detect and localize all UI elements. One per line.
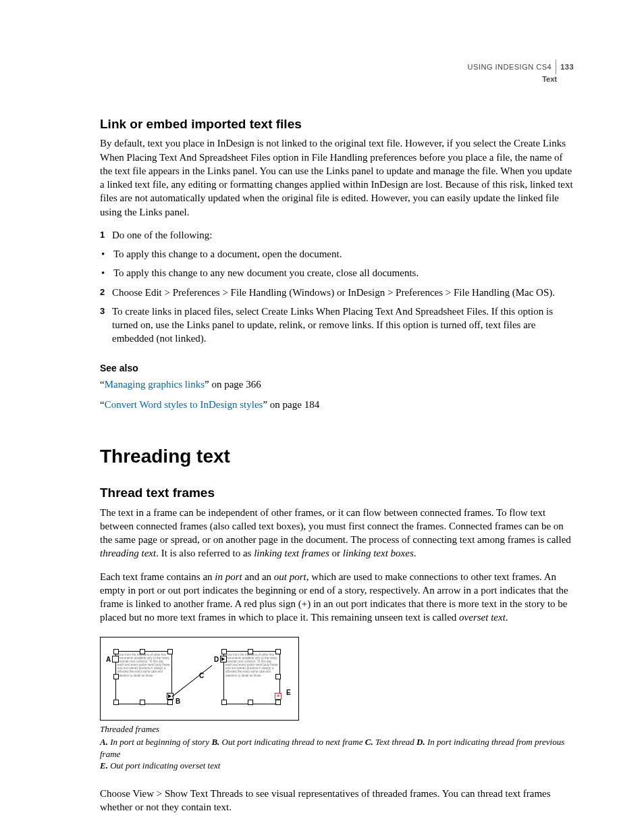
arrow-icon [221,657,225,661]
bullet-icon: • [100,266,113,280]
step-number: 3 [100,305,112,346]
frame-handle [275,700,281,705]
frame-handle [113,674,119,679]
legend-key: C. [365,737,373,747]
para-thread-2: Each text frame contains an in port and … [100,570,574,625]
frame-handle [113,700,119,705]
frame-handle [248,649,253,654]
step-list: 1 Do one of the following: • To apply th… [100,228,574,346]
page: USING INDESIGN CS4 133 Text Link or embe… [0,0,644,834]
link-convert-word-styles[interactable]: Convert Word styles to InDesign styles [105,399,263,410]
figure-canvas: grow from the traditions of other fine i… [100,637,299,721]
legend-desc: Text thread [373,737,417,747]
frame-handle [167,700,173,705]
in-port-icon [112,656,119,662]
figure-caption: Threaded frames [100,723,574,735]
link-managing-graphics[interactable]: Managing graphics links [105,379,205,390]
legend-key: E. [100,760,108,771]
page-header: USING INDESIGN CS4 133 Text [100,59,574,84]
step-number: 1 [100,228,112,242]
term-in-port: in port [215,571,242,582]
in-port-icon [220,656,227,662]
overset-port-icon: + [275,693,281,700]
term-linking-frames: linking text frames [254,548,329,558]
frame-handle [275,674,281,679]
heading-thread-frames: Thread text frames [100,484,574,502]
term-linking-boxes: linking text boxes [343,548,414,558]
legend-key: D. [417,737,425,747]
figure-label-c: C [199,671,204,681]
frame-handle [221,700,227,705]
frame-handle [221,649,227,654]
frame-handle [113,649,119,654]
thread-line [172,664,213,696]
heading-threading-text: Threading text [100,444,574,469]
legend-desc: Out port indicating thread to next frame [219,737,365,747]
step-text: Choose Edit > Preferences > File Handlin… [112,286,574,299]
step-1: 1 Do one of the following: [100,228,574,242]
para-thread-1: The text in a frame can be independent o… [100,506,574,561]
see-also-row: “Convert Word styles to InDesign styles”… [100,398,574,411]
header-product: USING INDESIGN CS4 [468,62,556,72]
step-bullet: • To apply this change to a document, op… [100,247,574,261]
link-suffix: ” on page 366 [205,379,261,390]
step-text: To create links in placed files, select … [112,305,574,346]
frame-handle [167,649,173,654]
step-bullet: • To apply this change to any new docume… [100,266,574,280]
text-frame-left: grow from the traditions of other fine i… [115,651,172,704]
step-text: To apply this change to any new document… [113,266,574,280]
para-link-embed: By default, text you place in InDesign i… [100,136,574,219]
text-frame-right: grow from the traditions of other fine i… [223,651,280,704]
figure-label-d: D [214,655,219,664]
header-section: Text [100,74,574,84]
figure-label-b: B [176,697,180,706]
text: or [329,548,343,558]
text: . [506,612,508,623]
step-text: To apply this change to a document, open… [113,247,574,261]
heading-link-embed: Link or embed imported text files [100,115,574,133]
figure-label-e: E [286,688,291,698]
see-also-heading: See also [100,362,574,375]
text: Each text frame contains an [100,571,215,582]
arrow-icon [168,694,171,698]
bullet-icon: • [100,247,113,261]
legend-desc: In port at beginning of story [108,737,211,747]
quote: “ [100,379,105,390]
figure-label-a: A [106,655,111,664]
figure-legend: A. In port at beginning of story B. Out … [100,736,574,772]
figure-threaded-frames: grow from the traditions of other fine i… [100,637,574,772]
frame-handle [248,700,253,705]
term-overset-text: overset text [459,612,506,623]
text: . It is also referred to as [156,548,254,558]
term-out-port: out port [274,571,306,582]
para-show-threads: Choose View > Show Text Threads to see v… [100,787,574,814]
step-number: 2 [100,286,112,299]
legend-key: B. [211,737,219,747]
step-2: 2 Choose Edit > Preferences > File Handl… [100,286,574,299]
text: and an [242,571,274,582]
frame-handle [140,700,145,705]
see-also-row: “Managing graphics links” on page 366 [100,377,574,391]
link-suffix: ” on page 184 [263,399,319,410]
legend-desc: Out port indicating overset text [108,760,220,771]
quote: “ [100,399,105,410]
text: . [414,548,417,558]
step-text: Do one of the following: [112,228,574,242]
frame-handle [275,649,281,654]
step-3: 3 To create links in placed files, selec… [100,305,574,346]
text: The text in a frame can be independent o… [100,507,571,546]
term-threading-text: threading text [100,548,156,558]
page-number: 133 [556,62,574,72]
frame-handle [140,649,145,654]
legend-key: A. [100,737,108,747]
